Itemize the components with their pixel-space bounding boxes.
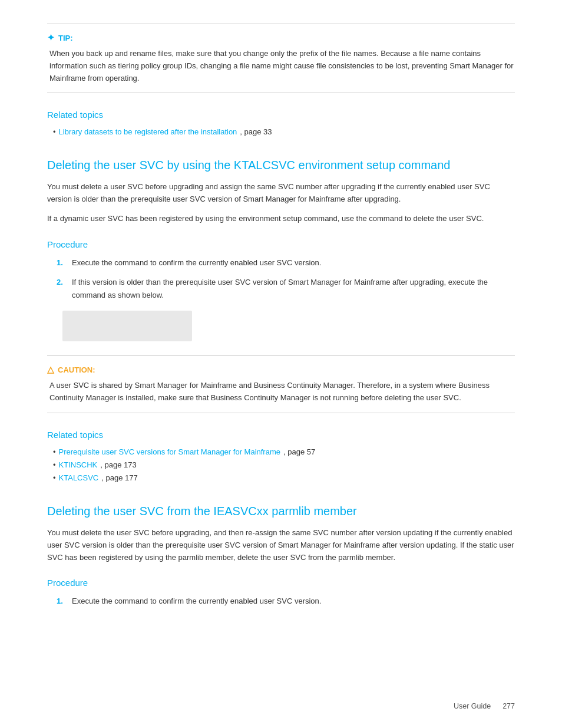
tip-icon: ✦ (47, 32, 55, 43)
footer-guide-label: User Guide (454, 702, 491, 710)
proc2-text-1: Execute the command to confirm the curre… (72, 595, 515, 607)
procedure1-heading: Procedure (47, 239, 515, 249)
related-topic-page-2c: , page 177 (101, 472, 137, 485)
procedure1-step-1: 1. Execute the command to confirm the cu… (57, 256, 515, 269)
proc1-text-2: If this version is older than the prereq… (72, 276, 515, 301)
caution-text: A user SVC is shared by Smart Manager fo… (47, 380, 515, 404)
related-topic-item-2a: Prerequisite user SVC versions for Smart… (53, 446, 515, 459)
related-topic-link-1[interactable]: Library datasets to be registered after … (59, 126, 237, 139)
related-topic-page-2b: , page 173 (100, 459, 136, 472)
proc2-num-1: 1. (57, 595, 66, 607)
proc1-num-1: 1. (57, 256, 66, 269)
related-topic-item-2c: KTALCSVC , page 177 (53, 472, 515, 485)
proc1-text-1: Execute the command to confirm the curre… (72, 256, 515, 269)
section2-title: Deleting the user SVC from the IEASVCxx … (47, 503, 515, 519)
caution-label: △ CAUTION: (47, 364, 515, 375)
tip-label-text: TIP: (58, 34, 73, 42)
proc1-num-2: 2. (57, 276, 66, 301)
related-topics-list-1: Library datasets to be registered after … (47, 126, 515, 139)
procedure1-step-2: 2. If this version is older than the pre… (57, 276, 515, 301)
related-topic-link-2c[interactable]: KTALCSVC (59, 472, 99, 485)
related-topic-item-1: Library datasets to be registered after … (53, 126, 515, 139)
related-topic-item-2b: KTINSCHK , page 173 (53, 459, 515, 472)
related-topics-list-2: Prerequisite user SVC versions for Smart… (47, 446, 515, 485)
tip-text: When you back up and rename files, make … (47, 48, 515, 84)
procedure2-list: 1. Execute the command to confirm the cu… (47, 595, 515, 607)
related-topic-page-1: , page 33 (240, 126, 272, 139)
page-content: ✦ TIP: When you back up and rename files… (0, 0, 562, 653)
caution-icon: △ (47, 364, 54, 375)
related-topics-heading-2: Related topics (47, 430, 515, 440)
related-topic-link-2a[interactable]: Prerequisite user SVC versions for Smart… (59, 446, 280, 459)
caution-label-text: CAUTION: (58, 365, 95, 374)
section2-body1: You must delete the user SVC before upgr… (47, 527, 515, 564)
section1-title: Deleting the user SVC by using the KTALC… (47, 157, 515, 173)
section1-body1: You must delete a user SVC before upgrad… (47, 181, 515, 206)
procedure2-heading: Procedure (47, 578, 515, 588)
page-footer: User Guide 277 (454, 702, 515, 710)
caution-box: △ CAUTION: A user SVC is shared by Smart… (47, 355, 515, 413)
footer-page-number: 277 (503, 702, 515, 710)
tip-label: ✦ TIP: (47, 32, 515, 43)
related-topic-page-2a: , page 57 (283, 446, 315, 459)
procedure1-list: 1. Execute the command to confirm the cu… (47, 256, 515, 301)
procedure2-step-1: 1. Execute the command to confirm the cu… (57, 595, 515, 607)
related-topic-link-2b[interactable]: KTINSCHK (59, 459, 98, 472)
related-topics-heading-1: Related topics (47, 110, 515, 120)
code-block-1 (62, 311, 192, 341)
tip-box: ✦ TIP: When you back up and rename files… (47, 24, 515, 93)
section1-body2: If a dynamic user SVC has been registere… (47, 213, 515, 225)
